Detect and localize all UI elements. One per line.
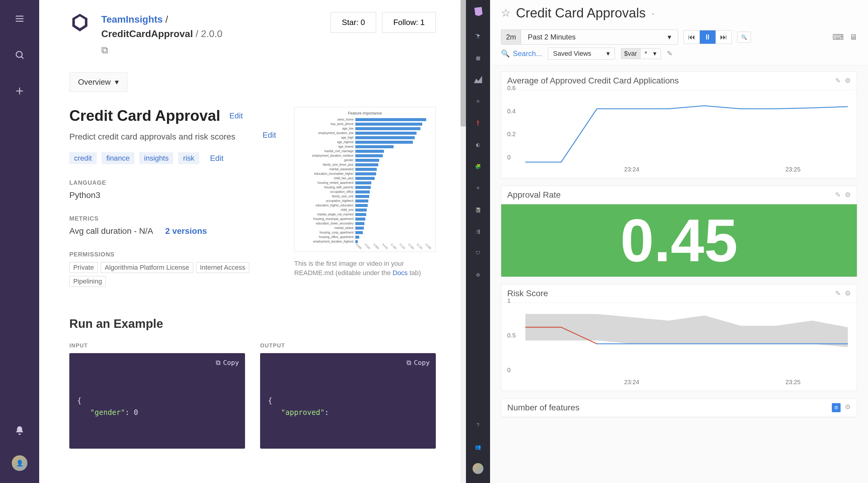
zoom-button[interactable]: 🔍	[737, 32, 751, 43]
copy-path-icon[interactable]: ⧉	[101, 43, 108, 57]
dd-user-avatar[interactable]	[472, 463, 484, 474]
widget-average-approved: Average of Approved Credit Card Applicat…	[501, 71, 857, 179]
feature-bar: age_high	[298, 135, 432, 140]
dd-header: ☆ Credit Card Approvals ⌄ 2m Past 2 Minu…	[490, 0, 868, 65]
svg-point-3	[16, 52, 22, 58]
chevron-down-icon: ▾	[115, 77, 119, 87]
gear-icon[interactable]: ⚙	[845, 191, 851, 199]
page-title: Credit Card Approval	[69, 107, 220, 124]
org-link[interactable]: TeamInsights	[101, 14, 163, 25]
algo-sidebar: 👤	[0, 0, 39, 483]
edit-vars-icon[interactable]: ✎	[667, 50, 673, 58]
copy-input-button[interactable]: ⧉Copy	[216, 357, 239, 368]
feature-bar: occupation_hightech	[298, 199, 432, 203]
plus-icon[interactable]	[13, 84, 26, 98]
template-var: $var	[621, 48, 641, 59]
model-detail-panel: TeamInsights / CreditCardApproval / 2.0.…	[39, 0, 466, 483]
copy-output-button[interactable]: ⧉Copy	[407, 357, 430, 368]
docs-link[interactable]: Docs	[393, 269, 408, 277]
overview-dropdown[interactable]: Overview ▾	[69, 72, 127, 92]
dashboard-title: Credit Card Approvals	[516, 5, 646, 21]
saved-views-dropdown[interactable]: Saved Views▾	[548, 47, 615, 60]
feature-bar: owns_home	[298, 117, 432, 122]
integrations-icon[interactable]: 🧩	[472, 161, 484, 172]
metrics-icon[interactable]	[472, 74, 484, 85]
time-picker[interactable]: 2m Past 2 Minutes▾	[501, 30, 678, 44]
binoculars-icon[interactable]: 🔭	[472, 31, 484, 41]
notebook-icon[interactable]: 📓	[472, 204, 484, 215]
help-icon[interactable]: ?	[472, 420, 484, 430]
permission-tag: Algorithmia Platform License	[101, 262, 193, 273]
pipelines-icon[interactable]: ⇶	[472, 226, 484, 237]
gear-icon[interactable]: ⚙	[845, 77, 851, 85]
gear-icon[interactable]: ⚙	[845, 290, 851, 297]
edit-title-link[interactable]: Edit	[229, 111, 243, 121]
follow-button[interactable]: Follow: 1	[382, 12, 436, 33]
apm-icon[interactable]: ◐	[472, 139, 484, 150]
star-icon[interactable]: ☆	[501, 7, 510, 19]
feature-bar: housing_rented_apartment	[298, 181, 432, 185]
scrollbar-thumb[interactable]	[461, 0, 466, 127]
readme-note: This is the first image or video in your…	[294, 259, 436, 278]
pause-button[interactable]: ⏸	[700, 30, 716, 44]
feature-bar: marital_widow	[298, 226, 432, 230]
edit-widget-icon[interactable]: ✎	[835, 77, 841, 85]
metrics-label: METRICS	[69, 215, 276, 222]
user-avatar[interactable]: 👤	[12, 455, 27, 471]
feature-bar: occupation_office	[298, 190, 432, 194]
avg-chart[interactable]: 00.20.40.6 23:2423:25	[507, 95, 851, 173]
star-button[interactable]: Star: 0	[331, 12, 376, 33]
settings-icon[interactable]: ⚙	[472, 269, 484, 280]
input-code[interactable]: ⧉Copy { "gender": 0	[69, 353, 245, 449]
alert-icon[interactable]: ❗	[472, 118, 484, 128]
feature-bar: age_low	[298, 126, 432, 131]
feature-bar: education_lower_secondary	[298, 221, 432, 226]
monitor-icon[interactable]: 🖥	[849, 33, 857, 42]
metrics-value: Avg call duration - N/A	[69, 226, 153, 236]
output-label: OUTPUT	[260, 343, 436, 349]
feature-importance-chart: Feature importance owns_homehas_work_pho…	[294, 107, 436, 252]
tag-credit[interactable]: credit	[69, 152, 97, 164]
tag-insights[interactable]: insights	[139, 152, 173, 164]
feature-bar: education_incomplete_higher	[298, 171, 432, 176]
search-icon[interactable]	[13, 48, 26, 61]
edit-tags-link[interactable]: Edit	[210, 154, 224, 163]
edit-desc-link[interactable]: Edit	[262, 130, 276, 140]
edit-widget-icon[interactable]: ✎	[835, 191, 841, 199]
feature-bar: employment_duration_highest	[298, 239, 432, 244]
tag-finance[interactable]: finance	[101, 152, 134, 164]
edit-widget-icon[interactable]: ✎	[835, 290, 841, 297]
gear-icon[interactable]: ⚙	[845, 403, 851, 412]
permission-tag: Pipelining	[69, 276, 106, 287]
risk-chart[interactable]: 00.51 23:2423:25	[507, 308, 851, 386]
versions-link[interactable]: 2 versions	[165, 226, 207, 236]
copy-icon: ⧉	[216, 357, 221, 368]
security-icon[interactable]: 🛡	[472, 248, 484, 259]
dd-logo-icon[interactable]	[472, 6, 484, 17]
menu-icon[interactable]	[13, 12, 26, 25]
permission-tag: Private	[69, 262, 98, 273]
dashboard-icon[interactable]: ▦	[472, 53, 484, 63]
playback-controls: ⏮ ⏸ ⏭	[684, 30, 732, 44]
approval-rate-value: 0.45	[501, 204, 857, 277]
dd-sidebar: 🔭 ▦ ⚛ ❗ ◐ 🧩 ≡ 📓 ⇶ 🛡 ⚙ ? 👥	[466, 0, 490, 483]
feature-bar: family_size_one	[298, 194, 432, 199]
logs-icon[interactable]: ≡	[472, 183, 484, 193]
svg-marker-7	[525, 314, 848, 347]
feature-bar: housing_with_parents	[298, 185, 432, 190]
rewind-button[interactable]: ⏮	[684, 30, 700, 44]
feature-bar: employment_duration_low	[298, 131, 432, 135]
template-var-value[interactable]: *▾	[641, 48, 661, 59]
forward-button[interactable]: ⏭	[716, 30, 732, 44]
infrastructure-icon[interactable]: ⚛	[472, 96, 484, 107]
widget-approval-rate: Approval Rate ✎⚙ 0.45	[501, 186, 857, 277]
team-icon[interactable]: 👥	[472, 442, 484, 452]
dd-search[interactable]: 🔍 Search...	[501, 50, 542, 58]
keyboard-icon[interactable]: ⌨	[832, 33, 844, 42]
chevron-down-icon[interactable]: ⌄	[651, 10, 655, 16]
copy-icon: ⧉	[407, 357, 411, 368]
bell-icon[interactable]	[13, 424, 26, 437]
feature-bar: age_highest	[298, 140, 432, 144]
tag-risk[interactable]: risk	[178, 152, 199, 164]
list-view-icon[interactable]: ≡	[832, 403, 841, 412]
